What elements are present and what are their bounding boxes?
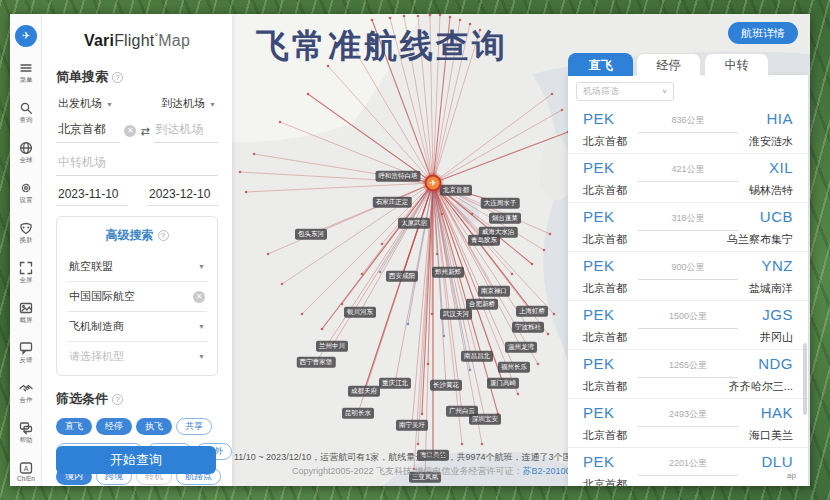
departure-airport-input[interactable]: 北京首都 — [56, 119, 120, 143]
airport-label[interactable]: 西宁曹家堡 — [297, 357, 336, 368]
origin-code: PEK — [583, 110, 615, 127]
airport-label[interactable]: 石家庄正定 — [373, 197, 412, 208]
sidebar-item-label: 反馈 — [11, 355, 40, 364]
filter-chip[interactable]: 直飞 — [56, 418, 92, 435]
airport-label[interactable]: 烟台蓬莱 — [489, 213, 521, 224]
sidebar-item-help[interactable]: 帮助 — [10, 421, 42, 458]
clear-icon[interactable]: ✕ — [124, 125, 136, 137]
airport-label[interactable]: 南宁吴圩 — [396, 420, 428, 431]
airport-label[interactable]: 青岛胶东 — [468, 235, 500, 246]
airport-label[interactable]: 武汉天河 — [440, 309, 472, 320]
sidebar-item-label: 全屏 — [11, 275, 40, 284]
sidebar-item-label: 查询 — [11, 115, 40, 124]
airport-label[interactable]: 南昌昌北 — [461, 351, 493, 362]
tab-transfer[interactable]: 中转 — [704, 53, 769, 76]
sidebar-item-feedback[interactable]: 反馈 — [10, 341, 42, 378]
arrival-airport-input[interactable]: 到达机场 — [154, 119, 218, 143]
airport-label[interactable]: 呼和浩特白塔 — [376, 171, 421, 182]
route-row[interactable]: PEKUCB318公里北京首都乌兰察布集宁 — [568, 203, 808, 252]
sidebar-item-language[interactable]: ACh/En — [10, 461, 42, 486]
chevron-down-icon: ▼ — [198, 353, 205, 360]
route-distance: 421公里 — [638, 163, 738, 182]
dest-code: HAK — [761, 404, 793, 421]
sidebar-item-menu[interactable]: 菜单 — [10, 61, 42, 98]
route-row[interactable]: PEKNDG1265公里北京首都齐齐哈尔三... — [568, 350, 808, 399]
advanced-search-box: 高级搜索? 航空联盟▼ 中国国际航空✕ 飞机制造商▼ 请选择机型▼ — [56, 216, 218, 376]
chip-row-1: 直飞经停执飞共享 — [56, 418, 218, 435]
airport-label[interactable]: 太原武宿 — [398, 218, 430, 229]
sidebar-item-label: 菜单 — [11, 75, 40, 84]
airport-label[interactable]: 大连周水子 — [481, 198, 520, 209]
help-circle-icon[interactable]: ? — [112, 72, 123, 83]
help-circle-icon[interactable]: ? — [158, 230, 169, 241]
start-date-input[interactable]: 2023-11-10 — [56, 185, 127, 206]
airport-label[interactable]: 宁波栎社 — [512, 322, 544, 333]
scrollbar-thumb[interactable] — [803, 343, 807, 415]
airport-label[interactable]: 兰州中川 — [316, 341, 348, 352]
swap-airports-icon[interactable]: ⇄ — [140, 125, 149, 138]
route-row[interactable]: PEKHIA836公里北京首都淮安涟水 — [568, 105, 808, 154]
arrival-type-select[interactable]: 到达机场▼ — [161, 96, 216, 111]
airport-label[interactable]: 包头东河 — [295, 229, 327, 240]
airport-label[interactable]: 北京首都 — [440, 185, 472, 196]
airport-label[interactable]: 银川河东 — [344, 307, 376, 318]
start-query-button[interactable]: 开始查询 — [56, 446, 216, 474]
airport-filter-select[interactable]: 机场筛选˅ — [576, 82, 674, 101]
airline-input[interactable]: 中国国际航空✕ — [67, 282, 207, 312]
route-distance: 836公里 — [638, 114, 738, 133]
flight-detail-button[interactable]: 航班详情 — [728, 22, 798, 44]
sidebar-item-settings[interactable]: 设置 — [10, 181, 42, 218]
route-row[interactable]: PEKHAK2493公里北京首都海口美兰 — [568, 399, 808, 448]
help-circle-icon[interactable]: ? — [112, 394, 123, 405]
airport-label[interactable]: 成都天府 — [348, 386, 380, 397]
avatar[interactable]: ✈ — [15, 25, 37, 47]
airport-label[interactable]: 深圳宝安 — [469, 414, 501, 425]
airport-label[interactable]: 合肥新桥 — [466, 299, 498, 310]
simple-search-title: 简单搜索? — [56, 68, 218, 86]
manufacturer-select[interactable]: 飞机制造商▼ — [67, 312, 207, 342]
sidebar-item-screenshot[interactable]: 截屏 — [10, 301, 42, 338]
dest-city: 海口美兰 — [749, 428, 793, 443]
skin-icon — [10, 221, 42, 235]
airport-label[interactable]: 厦门高崎 — [487, 378, 519, 389]
arrival-type-label: 到达机场 — [161, 97, 205, 109]
route-row[interactable]: PEKDLU2201公里北京首都 — [568, 448, 808, 486]
origin-city: 北京首都 — [583, 183, 627, 198]
variflight-logo: VariFlight°Map — [56, 32, 218, 50]
aircraft-type-label: 请选择机型 — [69, 349, 124, 364]
airport-label[interactable]: 郑州新郑 — [432, 267, 464, 278]
filter-chip[interactable]: 经停 — [96, 418, 132, 435]
airport-label[interactable]: 重庆江北 — [379, 378, 411, 389]
airport-label[interactable]: 温州龙湾 — [505, 342, 537, 353]
airport-label[interactable]: 昆明长水 — [342, 408, 374, 419]
departure-type-select[interactable]: 出发机场▼ — [58, 96, 113, 111]
chevron-down-icon: ˅ — [662, 87, 667, 96]
airport-label[interactable]: 西安咸阳 — [386, 271, 418, 282]
airport-label[interactable]: 南京禄口 — [478, 286, 510, 297]
sidebar-item-fullscreen[interactable]: 全屏 — [10, 261, 42, 298]
route-row[interactable]: PEKJGS1500公里北京首都井冈山 — [568, 301, 808, 350]
sidebar-item-skin[interactable]: 换肤 — [10, 221, 42, 258]
origin-city: 北京首都 — [583, 477, 627, 486]
transit-airport-input[interactable]: 中转机场 — [56, 152, 218, 176]
sidebar-item-search[interactable]: 查询 — [10, 101, 42, 138]
filter-chip[interactable]: 共享 — [176, 418, 212, 435]
clear-icon[interactable]: ✕ — [193, 291, 205, 303]
tab-direct[interactable]: 直飞 — [568, 53, 633, 76]
end-date-input[interactable]: 2023-12-10 — [147, 185, 218, 206]
feedback-icon — [10, 341, 42, 355]
airport-label[interactable]: 福州长乐 — [498, 362, 530, 373]
route-row[interactable]: PEKYNZ900公里北京首都盐城南洋 — [568, 252, 808, 301]
airport-label[interactable]: 长沙黄花 — [430, 380, 462, 391]
aircraft-type-select[interactable]: 请选择机型▼ — [67, 342, 207, 371]
alliance-select[interactable]: 航空联盟▼ — [67, 252, 207, 282]
advanced-search-title[interactable]: 高级搜索? — [67, 227, 207, 244]
airport-label[interactable]: 上海虹桥 — [516, 306, 548, 317]
sidebar-item-cooperation[interactable]: 合作 — [10, 381, 42, 418]
tab-stopover[interactable]: 经停 — [636, 53, 701, 76]
filter-chip[interactable]: 执飞 — [136, 418, 172, 435]
hub-marker-plane-icon[interactable]: ✈ — [425, 175, 442, 192]
sidebar-item-globe[interactable]: 全球 — [10, 141, 42, 178]
svg-text:A: A — [24, 465, 29, 472]
route-row[interactable]: PEKXIL421公里北京首都锡林浩特 — [568, 154, 808, 203]
